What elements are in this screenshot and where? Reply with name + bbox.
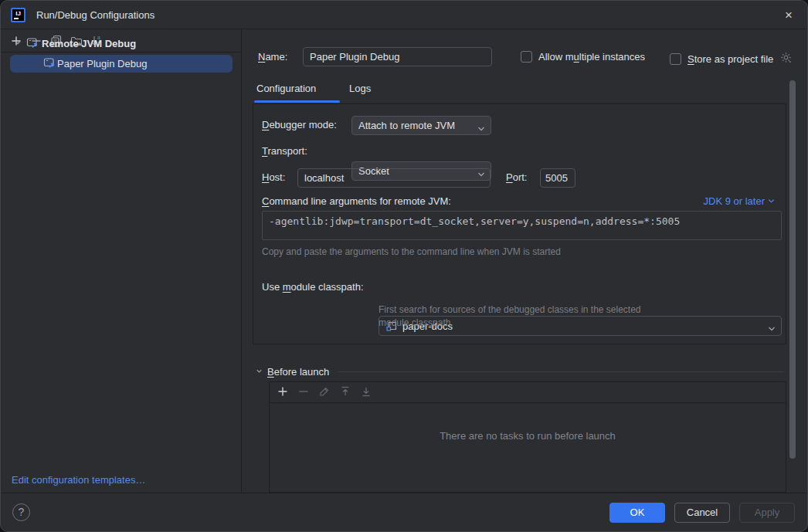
before-launch-label: Before launch — [267, 366, 329, 378]
dialog-footer: ? OK Cancel Apply — [1, 493, 807, 531]
port-label: Port: — [506, 171, 527, 183]
before-launch-header: Before launch — [255, 364, 784, 378]
allow-multiple-instances-checkbox[interactable] — [521, 51, 532, 63]
cancel-button[interactable]: Cancel — [674, 503, 730, 523]
title-bar: IJ Run/Debug Configurations × — [1, 1, 807, 29]
remote-debug-icon — [42, 56, 56, 71]
chevron-down-icon — [477, 123, 485, 134]
configuration-tab-panel: Debugger mode: Attach to remote JVM Tran… — [253, 103, 786, 344]
remove-icon[interactable] — [297, 385, 310, 400]
name-label: Name: — [258, 51, 287, 63]
host-input[interactable] — [297, 168, 491, 188]
host-label: Host: — [262, 171, 285, 183]
command-line-hint: Copy and paste the arguments to the comm… — [262, 246, 561, 257]
chevron-down-icon[interactable] — [255, 366, 263, 378]
allow-multiple-instances-label: Allow multiple instances — [538, 51, 645, 63]
help-icon[interactable]: ? — [12, 503, 30, 521]
section-rule — [338, 371, 784, 372]
store-as-project-file-label: Store as project file — [687, 53, 773, 65]
tree-item-label: Remote JVM Debug — [42, 38, 136, 49]
gear-icon[interactable] — [779, 51, 793, 66]
tree-item-paper-plugin-debug[interactable]: Paper Plugin Debug — [10, 55, 233, 73]
command-line-arguments-field[interactable]: -agentlib:jdwp=transport=dt_socket,serve… — [262, 211, 782, 240]
module-classpath-hint: First search for sources of the debugged… — [379, 303, 641, 330]
tree-item-remote-jvm-debug[interactable]: Remote JVM Debug — [13, 35, 136, 53]
add-icon[interactable] — [277, 385, 289, 400]
chevron-down-icon[interactable] — [13, 38, 22, 49]
tab-configuration[interactable]: Configuration — [256, 83, 316, 94]
move-up-icon[interactable] — [339, 385, 351, 400]
vertical-scrollbar-thumb[interactable] — [789, 80, 796, 459]
tree-item-label: Paper Plugin Debug — [57, 58, 147, 69]
before-launch-toolbar — [270, 382, 786, 403]
command-line-arguments-label: Command line arguments for remote JVM: — [262, 195, 451, 207]
configurations-sidebar: az Remote JVM Debug Paper Plugin Debug E… — [1, 30, 242, 493]
edit-configuration-templates-link[interactable]: Edit configuration templates… — [12, 474, 145, 486]
window-title: Run/Debug Configurations — [36, 9, 154, 21]
before-launch-empty-text: There are no tasks to run before launch — [270, 430, 786, 442]
before-launch-tasks-panel: There are no tasks to run before launch — [269, 381, 786, 493]
store-as-project-file-checkbox[interactable] — [670, 53, 681, 65]
edit-icon[interactable] — [318, 385, 331, 400]
transport-label: Transport: — [262, 145, 307, 157]
run-debug-configurations-dialog: IJ Run/Debug Configurations × az Remote … — [0, 0, 808, 532]
configuration-editor: Name: Allow multiple instances Store as … — [243, 30, 807, 493]
active-tab-underline — [254, 100, 340, 103]
module-classpath-label: Use module classpath: — [262, 281, 364, 293]
name-input[interactable] — [303, 47, 492, 66]
debugger-mode-dropdown[interactable]: Attach to remote JVM — [351, 116, 491, 135]
remote-debug-icon — [25, 36, 39, 51]
port-input[interactable] — [540, 168, 575, 188]
tab-logs[interactable]: Logs — [349, 83, 371, 94]
intellij-logo: IJ — [11, 8, 25, 22]
close-icon[interactable]: × — [781, 8, 796, 23]
apply-button[interactable]: Apply — [739, 503, 795, 523]
chevron-down-icon — [768, 323, 776, 334]
debugger-mode-label: Debugger mode: — [262, 119, 337, 130]
jdk-version-link[interactable]: JDK 9 or later — [704, 195, 775, 207]
move-down-icon[interactable] — [360, 385, 372, 400]
ok-button[interactable]: OK — [609, 503, 665, 523]
